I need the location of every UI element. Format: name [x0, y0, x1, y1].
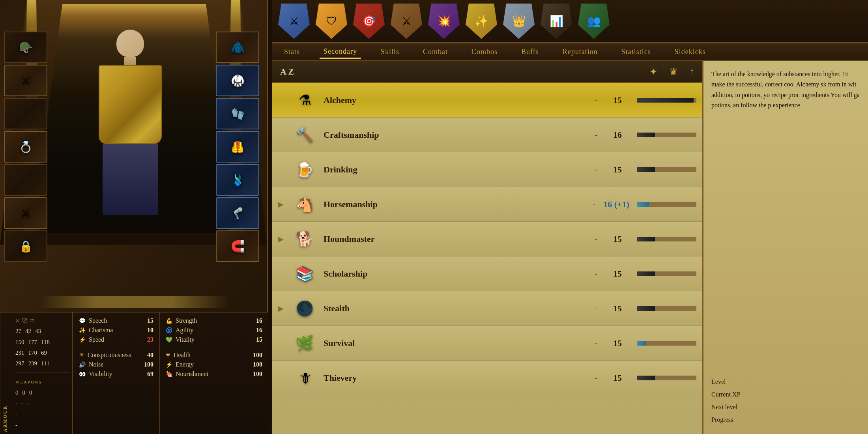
stat-agility: 🌀 Agility 16: [166, 327, 262, 334]
skill-bar-scholarship: [637, 271, 655, 276]
skill-row-survival[interactable]: 🌿Survival-15: [272, 326, 702, 361]
shield-statistics[interactable]: 📊: [539, 2, 574, 40]
sort-header: A Z ✦ ♛ ↑: [272, 61, 702, 83]
skill-dash-survival: -: [595, 339, 598, 348]
visibility-value: 69: [140, 370, 153, 378]
skill-row-craftsmanship[interactable]: 🔨Craftsmanship-16: [272, 118, 702, 152]
shield-reputation[interactable]: 👑: [501, 2, 537, 40]
tab-combat[interactable]: Combat: [419, 46, 452, 58]
skill-row-horsemanship[interactable]: ▶🐴Horsemanship-16 (+1): [272, 187, 702, 222]
tab-reputation[interactable]: Reputation: [559, 46, 602, 58]
equip-right-slot-5[interactable]: 🦿: [216, 197, 259, 229]
equipment-slots-left: 🪖⚔💍⚔🔒: [4, 32, 51, 262]
weapons-vals-4: -: [15, 422, 70, 428]
sort-az[interactable]: A Z: [280, 67, 294, 77]
equip-right-icon-2: 🧤: [231, 107, 245, 120]
strength-icon: 💪: [166, 318, 172, 324]
sort-star-icon[interactable]: ✦: [649, 66, 657, 77]
stat-vitality: 💚 Vitality 15: [166, 336, 262, 343]
equip-right-icon-0: 🧥: [231, 41, 245, 54]
skill-bar-houndmaster: [637, 237, 655, 241]
equip-left-slot-2[interactable]: [4, 98, 47, 129]
shield-icon-statistics: 📊: [541, 4, 572, 39]
skill-icon-thievery: 🗡: [298, 370, 312, 386]
equip-left-slot-5[interactable]: ⚔: [4, 197, 47, 229]
equip-left-slot-3[interactable]: 💍: [4, 131, 47, 163]
equip-left-slot-0[interactable]: 🪖: [4, 32, 47, 63]
tab-sidekicks[interactable]: Sidekicks: [671, 46, 710, 58]
level-row: Level: [711, 376, 860, 388]
armour-vals-3: 231 170 69: [15, 350, 70, 356]
skill-dash-drinking: -: [595, 165, 598, 174]
skill-name-houndmaster: Houndmaster: [324, 234, 587, 244]
sort-crown-icon[interactable]: ♛: [669, 66, 678, 77]
skills-panel: ⚔🛡🎯⚔💥✨👑📊👥 StatsSecondarySkillsCombatComb…: [272, 0, 868, 434]
skill-icon-stealth: 🌑: [296, 300, 314, 317]
shield-combat[interactable]: ⚔: [389, 2, 424, 40]
equip-right-slot-0[interactable]: 🧥: [216, 32, 259, 63]
charisma-value: 10: [140, 327, 153, 334]
tab-skills[interactable]: Skills: [377, 46, 403, 58]
shield-icon-secondary: 🛡: [316, 4, 347, 39]
shield-secondary[interactable]: 🛡: [314, 2, 349, 40]
speed-label: Speed: [89, 336, 137, 343]
equip-left-icon-1: ⚔: [21, 74, 31, 87]
progress-row: Progress: [711, 413, 860, 426]
stat-energy: ⚡ Energy 100: [166, 361, 262, 368]
bottom-decoration: [39, 296, 229, 308]
shield-skills[interactable]: 🎯: [351, 2, 387, 40]
equip-right-slot-4[interactable]: 🩱: [216, 164, 259, 196]
skills-rows: ⚗Alchemy-15🔨Craftsmanship-16🍺Drinking-15…: [272, 83, 702, 395]
shield-sidekicks[interactable]: 👥: [576, 2, 612, 40]
weapons-vals-2: - - -: [15, 400, 70, 407]
stat-speed: ⚡ Speed 23: [79, 336, 153, 343]
skill-bar-wrap-thievery: [637, 376, 696, 380]
stat-charisma: ✨ Charisma 10: [79, 327, 153, 334]
tab-statistics[interactable]: Statistics: [617, 46, 655, 58]
skill-icon-survival: 🌿: [296, 335, 314, 352]
character-stats-panel: ARMOUR ⚔ 🏹 🛡 27 42 43 150 177 118: [0, 312, 268, 434]
equip-left-slot-6[interactable]: 🔒: [4, 230, 47, 262]
conspicuousness-value: 40: [140, 352, 153, 359]
skill-name-stealth: Stealth: [324, 303, 587, 314]
shield-icon-sidekicks: 👥: [578, 4, 610, 39]
skill-bar-wrap-drinking: [637, 167, 696, 172]
strength-value: 16: [249, 317, 262, 324]
skill-row-scholarship[interactable]: 📚Scholarship-15: [272, 256, 702, 291]
skill-row-stealth[interactable]: ▶🌑Stealth-15: [272, 291, 702, 326]
stat-strength: 💪 Strength 16: [166, 317, 262, 324]
shield-combos[interactable]: 💥: [426, 2, 462, 40]
charisma-icon: ✨: [79, 327, 86, 334]
equip-right-slot-6[interactable]: 🧲: [216, 230, 259, 262]
weapons-mini-label: WEAPONS: [15, 380, 70, 384]
equip-right-slot-3[interactable]: 🦺: [216, 131, 259, 163]
equip-right-slot-2[interactable]: 🧤: [216, 98, 259, 129]
skill-icon-drinking: 🍺: [296, 161, 314, 178]
description-panel: The art of the knowledge of substances i…: [702, 61, 868, 434]
energy-label: Energy: [176, 361, 245, 368]
skill-row-houndmaster[interactable]: ▶🐕Houndmaster-15: [272, 222, 702, 256]
skill-name-thievery: Thievery: [324, 373, 587, 383]
skill-row-alchemy[interactable]: ⚗Alchemy-15: [272, 83, 702, 118]
shield-buffs[interactable]: ✨: [464, 2, 499, 40]
tab-buffs[interactable]: Buffs: [517, 46, 543, 58]
skill-row-drinking[interactable]: 🍺Drinking-15: [272, 152, 702, 187]
equip-left-slot-1[interactable]: ⚔: [4, 65, 47, 96]
equip-left-slot-4[interactable]: [4, 164, 47, 196]
sort-arrow-icon[interactable]: ↑: [690, 66, 694, 77]
skill-bar-craftsmanship: [637, 133, 655, 137]
tab-secondary[interactable]: Secondary: [320, 45, 361, 59]
level-info: Level Current XP Next level Progress: [711, 360, 860, 426]
health-label: Health: [174, 352, 245, 359]
skill-arrow-horsemanship: ▶: [278, 200, 286, 209]
equip-right-slot-1[interactable]: 🥋: [216, 65, 259, 96]
skill-bar-wrap-alchemy: [637, 98, 696, 103]
charisma-label: Charisma: [89, 327, 137, 334]
skill-dash-thievery: -: [595, 373, 598, 382]
tab-stats[interactable]: Stats: [280, 46, 304, 58]
tab-combos[interactable]: Combos: [468, 46, 501, 58]
shield-stats[interactable]: ⚔: [276, 2, 312, 40]
skill-row-thievery[interactable]: 🗡Thievery-15: [272, 361, 702, 395]
health-icon: ❤: [166, 352, 170, 359]
equip-left-icon-6: 🔒: [19, 240, 33, 253]
